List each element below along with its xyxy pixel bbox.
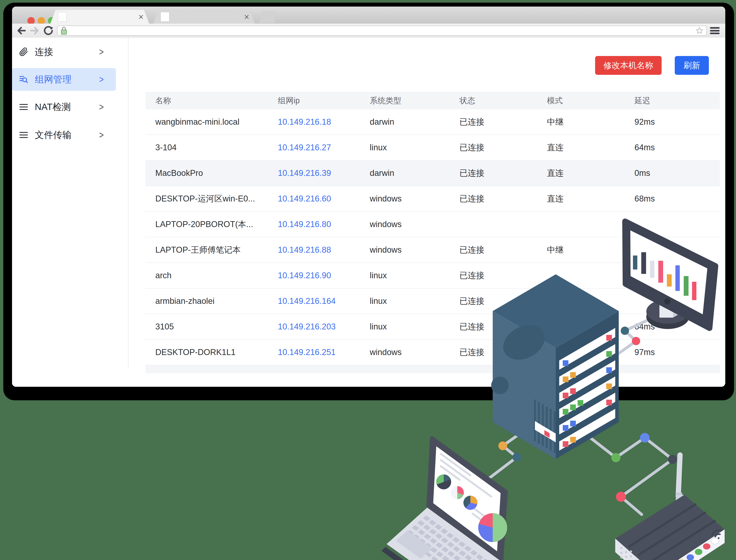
- cell-ip[interactable]: 10.149.216.164: [268, 289, 360, 314]
- server-label: [535, 421, 556, 442]
- browser-menu-icon[interactable]: [710, 27, 720, 34]
- cell-os: windows: [360, 212, 450, 237]
- table-row[interactable]: DESKTOP-运河区win-E0... 10.149.216.60 windo…: [145, 186, 720, 212]
- table-row[interactable]: armbian-zhaolei 10.149.216.164 linux 已连接: [145, 289, 720, 314]
- favicon: [161, 12, 169, 22]
- table-body: wangbinmac-mini.local 10.149.216.18 darw…: [145, 109, 720, 365]
- col-os: 系统类型: [360, 92, 450, 109]
- table-row[interactable]: arch 10.149.216.90 linux 已连接: [145, 263, 720, 289]
- cell-name: 3105: [145, 314, 268, 339]
- cell-status: 已连接: [450, 186, 537, 211]
- table-header: 名称 组网ip 系统类型 状态 模式 延迟: [145, 92, 720, 109]
- close-window-button[interactable]: [27, 17, 35, 25]
- cell-latency: [625, 289, 720, 314]
- router-status-dots: [678, 538, 719, 560]
- cell-status: 已连接: [450, 135, 537, 160]
- forward-icon[interactable]: [30, 25, 40, 36]
- laptop-base: [387, 506, 501, 560]
- table-row[interactable]: LAPTOP-20PBOROT(本... 10.149.216.80 windo…: [145, 212, 720, 237]
- laptop-pie-charts: [436, 474, 507, 542]
- back-icon[interactable]: [16, 25, 26, 36]
- table-row[interactable]: 3105 10.149.216.203 linux 已连接 64ms: [145, 314, 720, 340]
- paperclip-icon: [19, 47, 29, 57]
- cell-latency: 97ms: [625, 340, 720, 365]
- laptop-screen-lines: [441, 454, 494, 529]
- minimize-window-button[interactable]: [38, 17, 45, 25]
- cell-name: LAPTOP-20PBOROT(本...: [145, 212, 268, 237]
- menu-lines-icon: [19, 102, 29, 112]
- cell-name: armbian-zhaolei: [145, 289, 268, 314]
- reload-icon[interactable]: [43, 25, 54, 36]
- sidebar-item-label: NAT检测: [35, 101, 99, 113]
- node-orange: [498, 441, 507, 450]
- new-tab-button[interactable]: [259, 11, 276, 23]
- cell-ip[interactable]: 10.149.216.90: [268, 263, 360, 288]
- cell-ip[interactable]: 10.149.216.203: [268, 314, 360, 339]
- router-left-face: [615, 539, 656, 560]
- sidebar-item-nat-detect[interactable]: NAT检测 >: [12, 96, 116, 118]
- cell-name: LAPTOP-王师傅笔记本: [145, 237, 268, 263]
- app-content: 连接 > 组网管理 > NAT检测 >: [12, 38, 725, 387]
- col-latency: 延迟: [625, 92, 720, 109]
- favicon: [58, 12, 67, 22]
- cell-status: 已连接: [450, 340, 537, 365]
- tab-active[interactable]: ×: [50, 10, 149, 24]
- col-name: 名称: [145, 92, 268, 109]
- cell-mode: 中继: [537, 109, 625, 135]
- address-bar[interactable]: [57, 26, 707, 36]
- cell-ip[interactable]: 10.149.216.88: [268, 237, 360, 263]
- sidebar-item-connect[interactable]: 连接 >: [12, 40, 116, 63]
- chevron-right-icon: >: [99, 46, 104, 58]
- sidebar-item-label: 文件传输: [35, 129, 99, 141]
- cell-latency: 64ms: [625, 314, 720, 339]
- cell-os: windows: [360, 340, 450, 365]
- laptop-keyboard: [401, 515, 490, 560]
- cell-latency: 64ms: [625, 135, 720, 160]
- tab-inactive[interactable]: ×: [153, 10, 255, 24]
- tab-close-icon[interactable]: ×: [138, 12, 144, 21]
- cell-name: 3-104: [145, 135, 268, 160]
- node-dark: [668, 455, 677, 464]
- browser-window: × ×: [12, 7, 725, 387]
- cell-ip[interactable]: 10.149.216.27: [268, 135, 360, 160]
- rename-host-button[interactable]: 修改本机名称: [595, 56, 662, 75]
- cell-status: 已连接: [450, 289, 537, 314]
- table-row[interactable]: MacBookPro 10.149.216.39 darwin 已连接 直连 0…: [145, 161, 720, 186]
- wifi-icon: [711, 529, 724, 541]
- cell-mode: [537, 289, 625, 314]
- cell-mode: [537, 340, 625, 365]
- table-row[interactable]: LAPTOP-王师傅笔记本 10.149.216.88 windows 已连接 …: [145, 237, 720, 263]
- cell-name: DESKTOP-运河区win-E0...: [145, 186, 268, 211]
- table-row[interactable]: wangbinmac-mini.local 10.149.216.18 darw…: [145, 109, 720, 135]
- cell-latency: [625, 212, 720, 237]
- cell-status: 已连接: [450, 237, 537, 263]
- refresh-button[interactable]: 刷新: [675, 56, 709, 75]
- bookmark-star-icon[interactable]: [695, 26, 704, 35]
- router-perforations: [620, 547, 637, 560]
- laptop-screen: [433, 446, 501, 551]
- cell-ip[interactable]: 10.149.216.39: [268, 161, 360, 186]
- cell-ip[interactable]: 10.149.216.18: [268, 109, 360, 135]
- tab-close-icon[interactable]: ×: [244, 12, 249, 21]
- node-green: [611, 453, 620, 462]
- cell-latency: 0ms: [625, 161, 720, 186]
- cell-os: darwin: [360, 161, 450, 186]
- router-antenna: [675, 452, 685, 508]
- cell-ip[interactable]: 10.149.216.80: [268, 212, 360, 237]
- table-row[interactable]: DESKTOP-DORK1L1 10.149.216.251 windows 已…: [145, 340, 720, 365]
- sidebar: 连接 > 组网管理 > NAT检测 >: [12, 38, 128, 387]
- sidebar-item-network-management[interactable]: 组网管理 >: [12, 68, 116, 91]
- cell-ip[interactable]: 10.149.216.251: [268, 340, 360, 365]
- cell-name: DESKTOP-DORK1L1: [145, 340, 268, 365]
- cell-os: linux: [360, 135, 450, 160]
- cell-name: arch: [145, 263, 268, 288]
- node-red: [616, 492, 626, 502]
- sidebar-item-file-transfer[interactable]: 文件传输 >: [12, 124, 116, 146]
- col-mode: 模式: [537, 92, 625, 109]
- table-row[interactable]: 3-104 10.149.216.27 linux 已连接 直连 64ms: [145, 135, 720, 161]
- cell-mode: [537, 314, 625, 339]
- cell-os: windows: [360, 186, 450, 211]
- device-table: 名称 组网ip 系统类型 状态 模式 延迟 wangbinmac-mini.lo…: [145, 92, 720, 373]
- cell-name: MacBookPro: [145, 161, 268, 186]
- cell-ip[interactable]: 10.149.216.60: [268, 186, 360, 211]
